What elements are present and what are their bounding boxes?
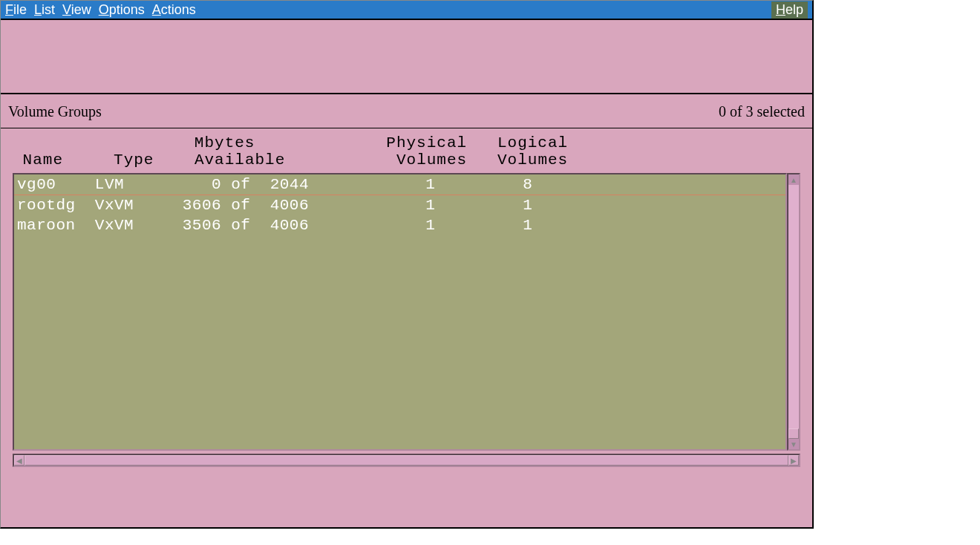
horizontal-scrollbar[interactable]: ◀ ▶ [13, 454, 800, 467]
selection-status: 0 of 3 selected [719, 103, 805, 120]
menu-file[interactable]: File [5, 2, 27, 18]
vscroll-track[interactable] [788, 185, 799, 428]
col-mbytes-line2: Available [195, 151, 285, 169]
vscroll-thumb[interactable] [788, 428, 799, 439]
table-row[interactable]: maroon VxVM 3506 of 4006 1 1 [14, 215, 785, 235]
menu-list[interactable]: List [34, 2, 55, 18]
scroll-up-arrow-icon[interactable]: ▲ [788, 174, 799, 185]
menubar: File List View Options Actions Help [1, 1, 812, 20]
scroll-right-arrow-icon[interactable]: ▶ [788, 455, 799, 466]
col-logical-line2: Volumes [497, 151, 568, 169]
col-blank-line1 [13, 134, 195, 151]
menu-view[interactable]: View [62, 2, 91, 18]
table-row[interactable]: vg00 LVM 0 of 2044 1 8 [14, 174, 785, 195]
scroll-left-arrow-icon[interactable]: ◀ [14, 455, 24, 466]
column-headers: Mbytes Physical Logical Name Type Availa… [1, 128, 812, 173]
vertical-scrollbar[interactable]: ▲ ▼ [787, 173, 800, 451]
scroll-down-arrow-icon[interactable]: ▼ [788, 439, 799, 449]
col-name: Name [23, 151, 63, 169]
volume-groups-window: File List View Options Actions Help Volu… [0, 0, 814, 529]
section-title: Volume Groups [8, 103, 102, 120]
col-type: Type [114, 151, 154, 169]
col-physical-line1: Physical [386, 134, 467, 151]
menu-actions[interactable]: Actions [152, 2, 196, 18]
col-mbytes-line1: Mbytes [195, 134, 255, 151]
listbox-area: vg00 LVM 0 of 2044 1 8rootdg VxVM 3606 o… [13, 173, 800, 451]
hscroll-thumb[interactable] [24, 455, 788, 466]
menu-help[interactable]: Help [771, 1, 808, 19]
volume-groups-list[interactable]: vg00 LVM 0 of 2044 1 8rootdg VxVM 3606 o… [13, 173, 787, 451]
col-logical-line1: Logical [497, 134, 568, 151]
section-header: Volume Groups 0 of 3 selected [1, 94, 812, 128]
hscroll-track[interactable] [24, 455, 788, 466]
toolbar-blank [1, 20, 812, 94]
menubar-left: File List View Options Actions [5, 2, 196, 18]
menu-options[interactable]: Options [99, 2, 145, 18]
col-physical-line2: Volumes [396, 151, 467, 169]
table-row[interactable]: rootdg VxVM 3606 of 4006 1 1 [14, 195, 785, 215]
